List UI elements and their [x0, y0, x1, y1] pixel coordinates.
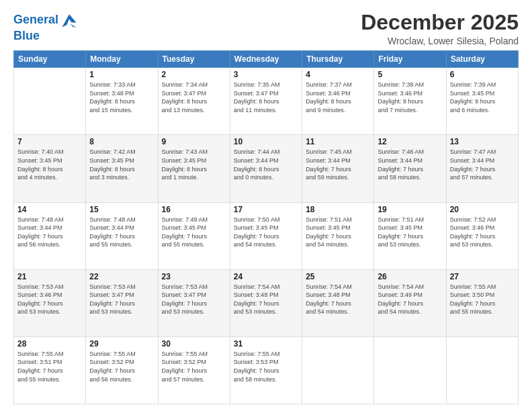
day-number: 10: [234, 137, 298, 146]
day-info: Sunrise: 7:33 AM Sunset: 3:48 PM Dayligh…: [89, 81, 154, 114]
day-number: 6: [450, 70, 515, 79]
calendar-cell: 29Sunrise: 7:55 AM Sunset: 3:52 PM Dayli…: [86, 336, 158, 404]
calendar-cell: [374, 336, 446, 404]
day-number: 7: [17, 137, 82, 146]
day-number: 16: [162, 205, 226, 214]
day-number: 18: [306, 205, 370, 214]
header: General Blue December 2025 Wroclaw, Lowe…: [13, 11, 519, 46]
calendar-week-row: 28Sunrise: 7:55 AM Sunset: 3:51 PM Dayli…: [14, 336, 519, 404]
day-number: 31: [234, 339, 298, 349]
day-info: Sunrise: 7:55 AM Sunset: 3:51 PM Dayligh…: [17, 350, 82, 383]
day-info: Sunrise: 7:48 AM Sunset: 3:44 PM Dayligh…: [89, 216, 154, 249]
day-info: Sunrise: 7:44 AM Sunset: 3:44 PM Dayligh…: [234, 148, 298, 181]
day-info: Sunrise: 7:55 AM Sunset: 3:52 PM Dayligh…: [89, 350, 154, 383]
day-info: Sunrise: 7:46 AM Sunset: 3:44 PM Dayligh…: [378, 148, 442, 181]
calendar-cell: 15Sunrise: 7:48 AM Sunset: 3:44 PM Dayli…: [86, 202, 158, 269]
day-info: Sunrise: 7:53 AM Sunset: 3:46 PM Dayligh…: [17, 283, 82, 316]
calendar-cell: 17Sunrise: 7:50 AM Sunset: 3:45 PM Dayli…: [230, 202, 302, 269]
calendar-cell: 24Sunrise: 7:54 AM Sunset: 3:48 PM Dayli…: [230, 269, 302, 336]
calendar-header-thursday: Thursday: [302, 51, 374, 68]
day-number: 26: [378, 272, 442, 281]
logo: General Blue: [13, 11, 79, 43]
day-info: Sunrise: 7:37 AM Sunset: 3:46 PM Dayligh…: [306, 81, 370, 114]
location: Wroclaw, Lower Silesia, Poland: [361, 36, 519, 46]
day-number: 12: [378, 137, 442, 146]
day-number: 21: [17, 272, 82, 281]
calendar-cell: 27Sunrise: 7:55 AM Sunset: 3:50 PM Dayli…: [446, 269, 518, 336]
day-info: Sunrise: 7:55 AM Sunset: 3:52 PM Dayligh…: [162, 350, 226, 383]
day-number: 8: [89, 137, 154, 146]
calendar-cell: 21Sunrise: 7:53 AM Sunset: 3:46 PM Dayli…: [14, 269, 86, 336]
day-number: 24: [234, 272, 298, 281]
calendar-cell: 1Sunrise: 7:33 AM Sunset: 3:48 PM Daylig…: [86, 68, 158, 135]
day-number: 25: [306, 272, 370, 281]
calendar-cell: 20Sunrise: 7:52 AM Sunset: 3:46 PM Dayli…: [446, 202, 518, 269]
day-number: 19: [378, 205, 442, 214]
calendar-table: SundayMondayTuesdayWednesdayThursdayFrid…: [13, 50, 519, 404]
calendar-cell: 23Sunrise: 7:53 AM Sunset: 3:47 PM Dayli…: [158, 269, 230, 336]
day-info: Sunrise: 7:54 AM Sunset: 3:48 PM Dayligh…: [234, 283, 298, 316]
calendar-cell: 31Sunrise: 7:55 AM Sunset: 3:53 PM Dayli…: [230, 336, 302, 404]
logo-text-general: General: [13, 13, 58, 27]
calendar-cell: 28Sunrise: 7:55 AM Sunset: 3:51 PM Dayli…: [14, 336, 86, 404]
calendar-cell: 19Sunrise: 7:51 AM Sunset: 3:45 PM Dayli…: [374, 202, 446, 269]
calendar-cell: 6Sunrise: 7:39 AM Sunset: 3:45 PM Daylig…: [446, 68, 518, 135]
calendar-week-row: 21Sunrise: 7:53 AM Sunset: 3:46 PM Dayli…: [14, 269, 519, 336]
calendar-header-friday: Friday: [374, 51, 446, 68]
day-number: 4: [306, 70, 370, 79]
day-info: Sunrise: 7:52 AM Sunset: 3:46 PM Dayligh…: [450, 216, 515, 249]
day-number: 1: [89, 70, 154, 79]
calendar-cell: 18Sunrise: 7:51 AM Sunset: 3:45 PM Dayli…: [302, 202, 374, 269]
day-info: Sunrise: 7:38 AM Sunset: 3:46 PM Dayligh…: [378, 81, 442, 114]
day-number: 23: [162, 272, 226, 281]
day-number: 5: [378, 70, 442, 79]
day-number: 13: [450, 137, 515, 146]
calendar-cell: 14Sunrise: 7:48 AM Sunset: 3:44 PM Dayli…: [14, 202, 86, 269]
calendar-cell: 30Sunrise: 7:55 AM Sunset: 3:52 PM Dayli…: [158, 336, 230, 404]
page: General Blue December 2025 Wroclaw, Lowe…: [0, 0, 532, 411]
calendar-header-monday: Monday: [86, 51, 158, 68]
calendar-header-tuesday: Tuesday: [158, 51, 230, 68]
calendar-header-row: SundayMondayTuesdayWednesdayThursdayFrid…: [14, 51, 519, 68]
calendar-header-wednesday: Wednesday: [230, 51, 302, 68]
calendar-cell: [302, 336, 374, 404]
calendar-cell: 7Sunrise: 7:40 AM Sunset: 3:45 PM Daylig…: [14, 135, 86, 202]
day-info: Sunrise: 7:54 AM Sunset: 3:49 PM Dayligh…: [378, 283, 442, 316]
svg-marker-0: [62, 14, 77, 27]
day-number: 17: [234, 205, 298, 214]
day-info: Sunrise: 7:45 AM Sunset: 3:44 PM Dayligh…: [306, 148, 370, 181]
calendar-cell: 4Sunrise: 7:37 AM Sunset: 3:46 PM Daylig…: [302, 68, 374, 135]
day-info: Sunrise: 7:35 AM Sunset: 3:47 PM Dayligh…: [234, 81, 298, 114]
calendar-cell: 13Sunrise: 7:47 AM Sunset: 3:44 PM Dayli…: [446, 135, 518, 202]
day-number: 3: [234, 70, 298, 79]
day-info: Sunrise: 7:47 AM Sunset: 3:44 PM Dayligh…: [450, 148, 515, 181]
calendar-header-sunday: Sunday: [14, 51, 86, 68]
logo-text-blue: Blue: [13, 30, 79, 43]
day-number: 28: [17, 339, 82, 349]
day-info: Sunrise: 7:51 AM Sunset: 3:45 PM Dayligh…: [306, 216, 370, 249]
calendar-cell: 2Sunrise: 7:34 AM Sunset: 3:47 PM Daylig…: [158, 68, 230, 135]
day-info: Sunrise: 7:40 AM Sunset: 3:45 PM Dayligh…: [17, 148, 82, 181]
day-info: Sunrise: 7:43 AM Sunset: 3:45 PM Dayligh…: [162, 148, 226, 181]
calendar-cell: 16Sunrise: 7:49 AM Sunset: 3:45 PM Dayli…: [158, 202, 230, 269]
day-info: Sunrise: 7:48 AM Sunset: 3:44 PM Dayligh…: [17, 216, 82, 249]
calendar-cell: 25Sunrise: 7:54 AM Sunset: 3:48 PM Dayli…: [302, 269, 374, 336]
calendar-cell: 11Sunrise: 7:45 AM Sunset: 3:44 PM Dayli…: [302, 135, 374, 202]
day-number: 14: [17, 205, 82, 214]
calendar-week-row: 7Sunrise: 7:40 AM Sunset: 3:45 PM Daylig…: [14, 135, 519, 202]
day-info: Sunrise: 7:34 AM Sunset: 3:47 PM Dayligh…: [162, 81, 226, 114]
day-number: 15: [89, 205, 154, 214]
calendar-cell: 3Sunrise: 7:35 AM Sunset: 3:47 PM Daylig…: [230, 68, 302, 135]
calendar-cell: 10Sunrise: 7:44 AM Sunset: 3:44 PM Dayli…: [230, 135, 302, 202]
day-number: 9: [162, 137, 226, 146]
day-info: Sunrise: 7:55 AM Sunset: 3:53 PM Dayligh…: [234, 350, 298, 383]
day-number: 27: [450, 272, 515, 281]
calendar-cell: 26Sunrise: 7:54 AM Sunset: 3:49 PM Dayli…: [374, 269, 446, 336]
day-number: 20: [450, 205, 515, 214]
day-info: Sunrise: 7:51 AM Sunset: 3:45 PM Dayligh…: [378, 216, 442, 249]
calendar-cell: 8Sunrise: 7:42 AM Sunset: 3:45 PM Daylig…: [86, 135, 158, 202]
day-info: Sunrise: 7:50 AM Sunset: 3:45 PM Dayligh…: [234, 216, 298, 249]
calendar-cell: [446, 336, 518, 404]
day-info: Sunrise: 7:39 AM Sunset: 3:45 PM Dayligh…: [450, 81, 515, 114]
day-number: 30: [162, 339, 226, 349]
